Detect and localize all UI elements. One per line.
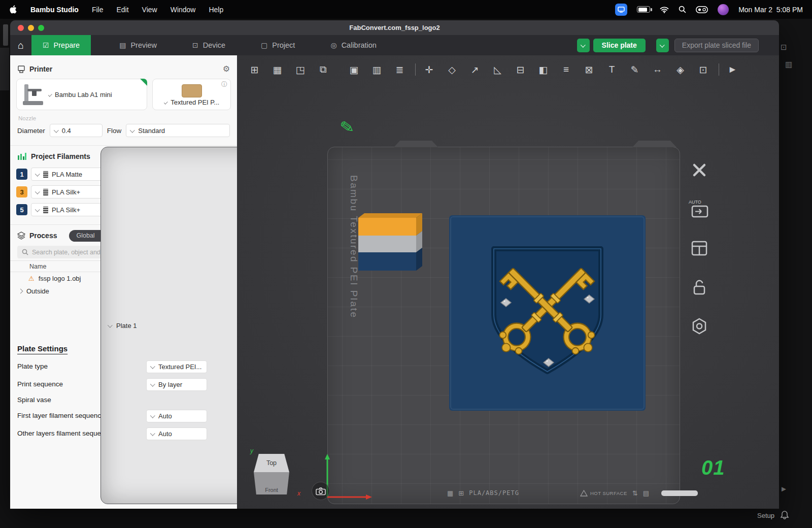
minimize-window-button[interactable]: [28, 25, 34, 31]
device-icon: ⊡: [192, 41, 198, 49]
copy-object-icon[interactable]: ▣: [346, 61, 362, 78]
plate-type-icon[interactable]: ▦: [447, 489, 453, 497]
variable-layer-icon[interactable]: ≡: [558, 61, 574, 78]
collapse-arrow-icon[interactable]: ►: [780, 484, 788, 493]
nozzle-diameter-select[interactable]: 0.4: [50, 124, 103, 137]
object-list-icon[interactable]: ≣: [391, 61, 408, 78]
diameter-label: Diameter: [17, 127, 45, 135]
auto-arrange-icon: AUTO: [688, 199, 711, 220]
printer-select-card[interactable]: Bambu Lab A1 mini: [16, 79, 147, 110]
view-cube-top-label: Top: [266, 459, 277, 467]
flow-select[interactable]: Standard: [126, 124, 230, 137]
auto-orient-icon[interactable]: ◳: [292, 61, 309, 78]
place-on-face-icon[interactable]: ◺: [489, 61, 506, 78]
home-button[interactable]: ⌂: [10, 35, 31, 55]
scale-tool-icon[interactable]: ↗: [466, 61, 483, 78]
export-sliced-file-button[interactable]: Export plate sliced file: [674, 39, 759, 52]
edit-plate-name-icon[interactable]: ✎: [339, 116, 355, 138]
delete-all-button[interactable]: [686, 157, 713, 183]
text-tool-icon[interactable]: T: [603, 61, 620, 78]
notification-bell-icon[interactable]: [780, 510, 789, 521]
menu-view[interactable]: View: [142, 6, 157, 14]
cut-tool-icon[interactable]: ⊟: [512, 61, 529, 78]
bambu-studio-window: FabConvert.com_fssp_logo2 ⌂ ☑Prepare ▤Pr…: [10, 20, 779, 509]
tab-device[interactable]: ⊡Device: [181, 35, 236, 55]
split-plate-icon[interactable]: ⧉: [315, 61, 331, 78]
tab-project[interactable]: ▢Project: [250, 35, 306, 55]
diameter-value: 0.4: [62, 127, 71, 135]
plate-settings-button[interactable]: [686, 313, 713, 340]
seam-tool-icon[interactable]: ◈: [672, 61, 689, 78]
wifi-icon[interactable]: [660, 6, 669, 13]
fullscreen-icon[interactable]: ⊡: [781, 43, 787, 52]
auto-arrange-button[interactable]: AUTO: [686, 196, 713, 222]
slice-plate-button[interactable]: Slice plate: [593, 39, 646, 52]
filament-name: PLA Matte: [52, 171, 82, 178]
print-sequence-select[interactable]: By layer: [146, 378, 207, 391]
chevron-down-icon: [35, 171, 40, 176]
window-titlebar[interactable]: FabConvert.com_fssp_logo2: [10, 20, 779, 35]
tab-label: Project: [272, 41, 295, 49]
plate-layout-button[interactable]: [686, 235, 713, 261]
warning-triangle-icon: [580, 490, 588, 497]
info-icon[interactable]: ⓘ: [221, 80, 227, 89]
filament-select-3[interactable]: PLA Silk+: [31, 185, 108, 199]
other-layers-sequence-select[interactable]: Auto: [146, 427, 207, 440]
tab-preview[interactable]: ▤Preview: [108, 35, 168, 55]
panel-icon[interactable]: ▥: [785, 60, 792, 69]
assembly-tool-icon[interactable]: ⊡: [695, 61, 712, 78]
printer-settings-gear-icon[interactable]: ⚙: [223, 65, 230, 73]
menu-window[interactable]: Window: [171, 6, 196, 14]
apple-logo-icon[interactable]: [9, 5, 17, 14]
segment-global[interactable]: Global: [70, 231, 100, 241]
viewport-3d[interactable]: ⊞ ▦ ◳ ⧉ ▣ ▥ ≣ ✛ ◇ ↗ ◺ ⊟ ◧ ≡ ⊠ T ✎ ↔ ◈: [237, 55, 779, 509]
mesh-edit-icon[interactable]: ⊠: [581, 61, 597, 78]
paste-object-icon[interactable]: ▥: [368, 61, 385, 78]
tab-label: Calibration: [342, 41, 377, 49]
filament-select-5[interactable]: PLA Silk+: [31, 203, 108, 216]
rotate-tool-icon[interactable]: ◇: [444, 61, 460, 78]
user-avatar[interactable]: [718, 4, 729, 15]
arrange-plate-icon[interactable]: ▦: [269, 61, 286, 78]
export-dropdown-button[interactable]: [656, 39, 669, 52]
add-model-icon[interactable]: ⊞: [246, 61, 263, 78]
plate-select-card[interactable]: ⓘ Textured PEI P...: [152, 79, 231, 110]
menu-help[interactable]: Help: [209, 6, 223, 14]
striped-model[interactable]: [358, 213, 422, 271]
lock-plate-button[interactable]: [686, 274, 713, 301]
chevron-down-icon: [150, 413, 155, 418]
view-cube-top-face[interactable]: Top: [254, 454, 289, 472]
move-tool-icon[interactable]: ✛: [421, 61, 437, 78]
process-icon: [17, 232, 25, 240]
plate-type-current: Textured PEI...: [158, 363, 201, 371]
camera-view-button[interactable]: [312, 482, 330, 500]
first-layer-sequence-select[interactable]: Auto: [146, 410, 207, 422]
close-window-button[interactable]: [18, 25, 24, 31]
control-center-icon[interactable]: [696, 6, 708, 13]
menubar-app-name[interactable]: Bambu Studio: [30, 6, 79, 14]
axis-x-label: x: [297, 490, 300, 497]
tab-calibration[interactable]: ◎Calibration: [319, 35, 388, 55]
shield-logo-model[interactable]: [449, 215, 646, 411]
zoom-window-button[interactable]: [38, 25, 44, 31]
plate-marker-icon[interactable]: ⊞: [458, 489, 464, 497]
view-cube-front-face[interactable]: Front: [254, 472, 289, 494]
screen-sharing-icon[interactable]: [615, 4, 627, 16]
measure-tool-icon[interactable]: ↔: [649, 61, 666, 78]
plate-type-select[interactable]: Textured PEI...: [146, 360, 207, 373]
spotlight-search-icon[interactable]: [679, 6, 686, 13]
split-objects-icon[interactable]: ◧: [535, 61, 552, 78]
plate-list-icon[interactable]: ▤: [643, 489, 649, 497]
view-cube-gizmo[interactable]: Top Front: [254, 454, 289, 494]
tab-prepare[interactable]: ☑Prepare: [31, 35, 91, 55]
lift-plate-icon[interactable]: ⇅: [632, 489, 638, 497]
slice-dropdown-button[interactable]: [577, 39, 590, 52]
filament-select-1[interactable]: PLA Matte: [31, 168, 108, 181]
plugin-arrow-icon[interactable]: ►: [724, 61, 741, 78]
battery-icon[interactable]: [637, 6, 650, 13]
paint-tool-icon[interactable]: ✎: [626, 61, 643, 78]
plate-handle[interactable]: [661, 490, 698, 496]
menu-edit[interactable]: Edit: [116, 6, 128, 14]
menu-file[interactable]: File: [92, 6, 104, 14]
menubar-clock[interactable]: Mon Mar 2 5:08 PM: [738, 6, 803, 14]
